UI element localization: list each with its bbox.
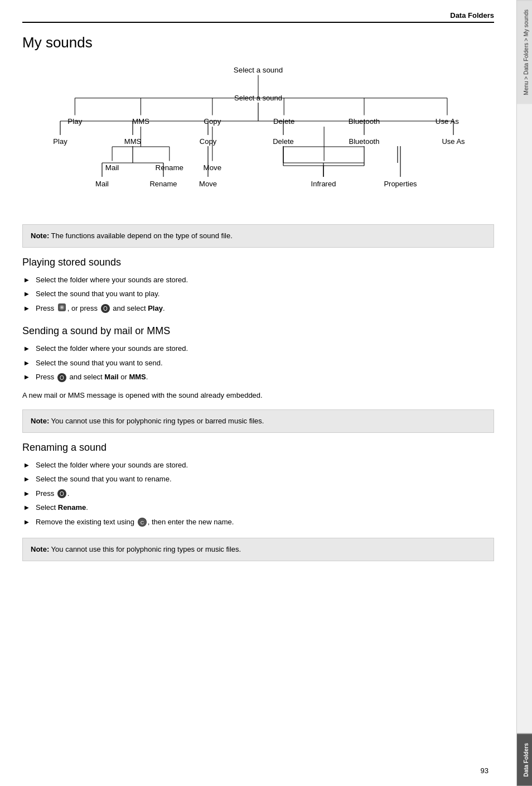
circle-icon: O (101, 304, 110, 313)
note1-label: Note: (31, 232, 49, 240)
note3-label: Note: (31, 545, 49, 553)
tab-data-folders: Data Folders (517, 734, 532, 786)
list-item: Select the sound that you want to play. (22, 287, 494, 301)
subsection-renaming-title: Renaming a sound (22, 442, 494, 454)
svg-text:C: C (140, 520, 144, 525)
svg-text:Properties: Properties (384, 180, 417, 188)
note2-label: Note: (31, 417, 49, 425)
header-title: Data Folders (450, 11, 494, 20)
page-title: My sounds (22, 34, 494, 51)
renaming-list: Select the folder where your sounds are … (22, 458, 494, 529)
sound-diagram-svg: Select a sound Play MMS Copy D (30, 90, 487, 213)
list-item: Select the sound that you want to rename… (22, 472, 494, 486)
list-item: Remove the existing text using C, then e… (22, 515, 494, 529)
list-item: Select Rename. (22, 500, 494, 515)
svg-text:O: O (60, 375, 64, 381)
list-item: Press O and select Mail or MMS. (22, 370, 494, 384)
backspace-icon: C (138, 518, 147, 527)
svg-text:Rename: Rename (149, 180, 177, 188)
list-item: Press , or press O and select Play. (22, 301, 494, 317)
sending-paragraph: A new mail or MMS message is opened with… (22, 390, 494, 401)
page-header: Data Folders (22, 11, 494, 23)
note-box-1: Note: The functions available depend on … (22, 224, 494, 248)
svg-text:O: O (60, 491, 64, 497)
playing-list: Select the folder where your sounds are … (22, 273, 494, 317)
svg-text:Mail: Mail (95, 180, 109, 188)
list-item: Select the sound that you want to send. (22, 356, 494, 370)
svg-point-63 (61, 306, 63, 308)
svg-text:Infrared: Infrared (311, 180, 336, 188)
list-item: Press O. (22, 486, 494, 501)
list-item: Select the folder where your sounds are … (22, 273, 494, 287)
subsection-playing-title: Playing stored sounds (22, 257, 494, 268)
tab-menu-path: Menu > Data Folders > My sounds (517, 0, 532, 104)
subsection-sending-title: Sending a sound by mail or MMS (22, 325, 494, 337)
svg-text:Bluetooth: Bluetooth (349, 137, 380, 146)
right-tabs: Menu > Data Folders > My sounds Data Fol… (516, 0, 532, 786)
svg-text:Move: Move (199, 180, 217, 188)
note1-text: The functions available depend on the ty… (49, 232, 233, 240)
svg-text:Use As: Use As (442, 137, 465, 146)
sending-list: Select the folder where your sounds are … (22, 341, 494, 384)
note3-text: You cannot use this for polyphonic ring … (49, 545, 241, 553)
svg-text:Play: Play (53, 137, 67, 146)
note-box-2: Note: You cannot use this for polyphonic… (22, 409, 494, 433)
svg-text:Delete: Delete (273, 137, 294, 146)
page-number: 93 (481, 766, 489, 775)
circle-icon-3: O (57, 489, 66, 498)
svg-text:MMS: MMS (124, 137, 142, 146)
svg-text:O: O (103, 306, 108, 312)
joystick-icon (57, 303, 66, 315)
svg-text:Copy: Copy (200, 137, 217, 146)
svg-text:Select a sound: Select a sound (234, 94, 282, 102)
list-item: Select the folder where your sounds are … (22, 341, 494, 356)
svg-text:Select a sound: Select a sound (234, 66, 283, 74)
note2-text: You cannot use this for polyphonic ring … (49, 417, 264, 425)
note-box-3: Note: You cannot use this for polyphonic… (22, 538, 494, 561)
sound-diagram-wrapper: Select a sound Play MMS Copy D (30, 90, 487, 213)
circle-icon-2: O (57, 373, 66, 382)
list-item: Select the folder where your sounds are … (22, 458, 494, 472)
